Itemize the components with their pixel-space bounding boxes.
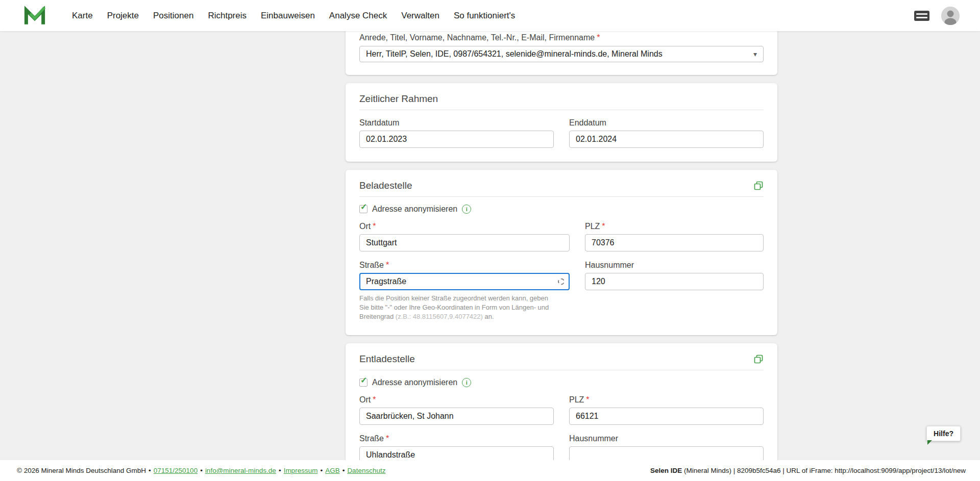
helper-line-2: Sie bitte "-" oder Ihre Geo-Koordinaten … [359,303,570,312]
entladestelle-ort-input[interactable] [359,408,554,425]
anonymize-row: ✓ Adresse anonymisieren i [359,378,764,387]
footer-bar: © 2026 Mineral Minds Deutschland GmbH•07… [0,460,980,481]
form-scroll-area: Anrede, Titel, Vorname, Nachname, Tel.-N… [0,31,980,460]
required-asterisk: * [373,222,376,231]
required-asterisk: * [386,434,389,443]
helper-line-1: Falls die Position keiner Straße zugeord… [359,294,570,303]
copy-icon[interactable] [753,181,764,191]
strasse-label: Straße* [359,434,554,443]
entladestelle-fields: Ort* PLZ* Straße* Hausnu [359,395,764,460]
strasse-label-text: Straße [359,434,384,443]
field-strasse: Straße* Falls die Position keiner Straße… [359,261,570,321]
required-asterisk: * [597,33,600,42]
strasse-label: Straße* [359,261,570,270]
separator: • [149,467,151,474]
entladestelle-hausnummer-input[interactable] [569,446,764,460]
field-enddatum: Enddatum [569,118,764,148]
plz-label: PLZ* [569,395,764,404]
entladestelle-strasse-input[interactable] [359,446,554,460]
entladestelle-card-head: Entladestelle [359,353,764,365]
person-icon [941,7,960,25]
helper-coords-example: (z.B.: 48.8115607,9.4077422) [396,313,483,320]
anonymize-checkbox[interactable]: ✓ [359,378,368,387]
ort-label: Ort* [359,222,570,231]
beladestelle-plz-input[interactable] [585,234,764,251]
contact-card: Anrede, Titel, Vorname, Nachname, Tel.-N… [346,31,777,75]
checkmark-icon: ✓ [360,203,367,211]
beladestelle-title: Beladestelle [359,180,412,191]
field-startdatum: Startdatum [359,118,554,148]
top-nav-bar: Karte Projekte Positionen Richtpreis Ein… [0,0,980,31]
nav-item-richtpreis[interactable]: Richtpreis [207,8,248,24]
contact-select-value: Herr, TitelP, Selen, IDE, 0987/654321, s… [366,49,663,59]
info-icon[interactable]: i [462,378,471,387]
anonymize-label: Adresse anonymisieren [372,205,457,214]
field-plz: PLZ* [585,222,764,251]
required-asterisk: * [386,261,389,269]
user-avatar[interactable] [941,7,960,25]
ide-name: Selen IDE [650,467,682,474]
helper-line-3-prefix: Breitengrad [359,313,396,320]
nav-item-positionen[interactable]: Positionen [152,8,194,24]
anonymize-checkbox[interactable]: ✓ [359,205,368,213]
anonymize-row: ✓ Adresse anonymisieren i [359,205,764,214]
startdatum-input[interactable] [359,131,554,148]
email-link[interactable]: info@mineral-minds.de [205,467,276,474]
divider [359,110,764,110]
ort-label: Ort* [359,395,554,404]
required-asterisk: * [586,395,589,404]
main-nav: Karte Projekte Positionen Richtpreis Ein… [71,8,516,24]
enddatum-label: Enddatum [569,118,764,128]
nav-item-einbauweisen[interactable]: Einbauweisen [260,8,316,24]
impressum-link[interactable]: Impressum [284,467,318,474]
enddatum-input[interactable] [569,131,764,148]
footer-left: © 2026 Mineral Minds Deutschland GmbH•07… [17,467,385,474]
field-strasse: Straße* [359,434,554,460]
contact-select[interactable]: Herr, TitelP, Selen, IDE, 0987/654321, s… [359,46,764,62]
help-button[interactable]: Hilfe? [926,426,961,441]
checkmark-icon: ✓ [360,376,367,385]
divider [359,196,764,197]
beladestelle-card: Beladestelle ✓ Adresse anonymisieren i [346,170,777,335]
strasse-input-wrap [359,273,570,290]
timeframe-fields: Startdatum Enddatum [359,118,764,148]
plz-label-text: PLZ [585,222,600,231]
field-plz: PLZ* [569,395,764,425]
copy-icon[interactable] [753,354,764,364]
beladestelle-strasse-input[interactable] [359,273,570,290]
datenschutz-link[interactable]: Datenschutz [347,467,385,474]
ide-session-info: (Mineral Minds) | 8209b5fc54a6 | URL of … [682,467,966,474]
phone-link[interactable]: 07151/250100 [154,467,198,474]
entladestelle-plz-input[interactable] [569,408,764,425]
field-ort: Ort* [359,222,570,251]
info-icon[interactable]: i [462,205,471,214]
strasse-label-text: Straße [359,261,384,269]
agb-link[interactable]: AGB [325,467,340,474]
nav-item-verwalten[interactable]: Verwalten [400,8,440,24]
plz-label: PLZ* [585,222,764,231]
beladestelle-hausnummer-input[interactable] [585,273,764,290]
beladestelle-ort-input[interactable] [359,234,570,251]
nav-item-analyse-check[interactable]: Analyse Check [328,8,388,24]
keyboard-icon[interactable] [914,10,930,21]
beladestelle-card-head: Beladestelle [359,180,764,191]
required-asterisk: * [373,395,376,404]
plz-label-text: PLZ [569,395,584,404]
entladestelle-title: Entladestelle [359,353,415,365]
beladestelle-fields: Ort* PLZ* Straße* [359,222,764,321]
nav-item-so-funktionierts[interactable]: So funktioniert's [453,8,516,24]
helper-line-3-suffix: an. [483,313,494,320]
field-hausnummer: Hausnummer [569,434,764,460]
startdatum-label: Startdatum [359,118,554,128]
header-right [914,7,960,25]
chevron-down-icon: ▾ [753,50,757,58]
nav-item-karte[interactable]: Karte [71,8,94,24]
nav-item-projekte[interactable]: Projekte [106,8,140,24]
separator: • [342,467,345,474]
divider [359,370,764,370]
timeframe-card-head: Zeitlicher Rahmen [359,93,764,105]
hausnummer-label: Hausnummer [585,261,764,270]
helper-line-3: Breitengrad (z.B.: 48.8115607,9.4077422)… [359,312,570,321]
mineral-minds-logo[interactable] [24,6,45,26]
loading-spinner-icon [558,279,565,285]
